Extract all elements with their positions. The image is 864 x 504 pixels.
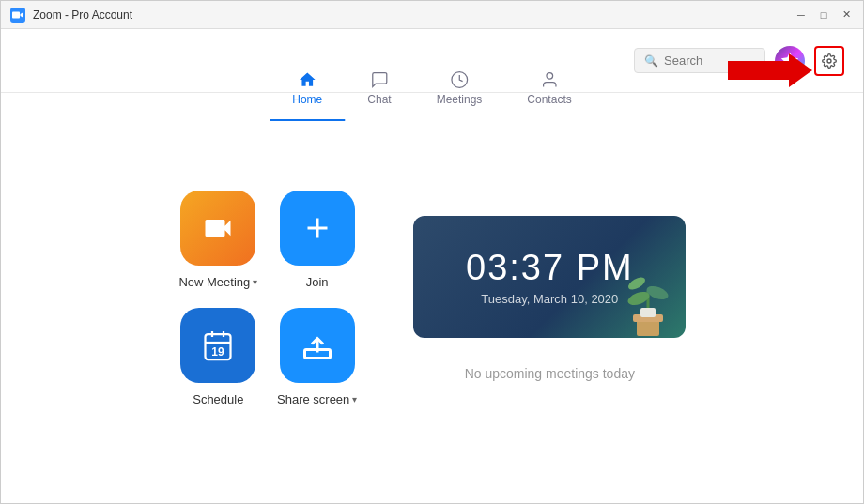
app-window: Zoom - Pro Account ─ □ ✕ Home Chat	[0, 0, 864, 504]
tab-contacts[interactable]: Contacts	[504, 57, 594, 121]
no-meetings-label: No upcoming meetings today	[413, 366, 686, 381]
video-camera-icon	[201, 211, 235, 245]
clock-time: 03:37 PM	[466, 248, 634, 288]
close-button[interactable]: ✕	[839, 8, 854, 23]
share-screen-dropdown-icon: ▾	[352, 394, 357, 405]
meetings-icon	[450, 70, 469, 89]
svg-point-20	[626, 274, 647, 292]
tab-chat[interactable]: Chat	[345, 57, 413, 121]
red-arrow-indicator	[728, 53, 812, 91]
home-icon	[298, 70, 316, 89]
minimize-button[interactable]: ─	[794, 8, 809, 23]
new-meeting-dropdown-icon: ▾	[253, 277, 257, 287]
app-title: Zoom - Pro Account	[33, 8, 132, 22]
share-icon	[301, 328, 334, 362]
main-content: New Meeting ▾ Join	[1, 93, 863, 503]
title-bar: Zoom - Pro Account ─ □ ✕	[1, 1, 863, 29]
join-label: Join	[306, 275, 329, 289]
new-meeting-action: New Meeting ▾	[178, 191, 258, 289]
clock-card: 03:37 PM Tuesday, March 10, 2020	[413, 216, 686, 338]
plus-icon	[301, 211, 334, 245]
title-bar-left: Zoom - Pro Account	[10, 8, 132, 23]
share-screen-button[interactable]	[280, 308, 355, 383]
window-controls: ─ □ ✕	[794, 8, 854, 23]
right-panel: 03:37 PM Tuesday, March 10, 2020 No upco…	[413, 216, 686, 381]
maximize-button[interactable]: □	[816, 8, 831, 23]
settings-button[interactable]	[814, 46, 844, 76]
schedule-label: Schedule	[193, 392, 243, 406]
share-screen-action: Share screen ▾	[277, 308, 357, 406]
chat-icon	[370, 70, 389, 89]
plant-decoration-icon	[620, 263, 676, 338]
tab-home[interactable]: Home	[270, 57, 345, 121]
clock-date: Tuesday, March 10, 2020	[481, 292, 618, 306]
share-screen-label: Share screen ▾	[277, 392, 357, 406]
svg-rect-14	[304, 349, 330, 358]
calendar-icon: 19	[201, 328, 235, 362]
schedule-button[interactable]: 19	[180, 308, 255, 383]
nav-tabs: Home Chat Meetings	[270, 57, 594, 121]
new-meeting-label: New Meeting ▾	[178, 275, 257, 289]
schedule-action: 19 Schedule	[178, 308, 258, 406]
join-button[interactable]	[280, 191, 355, 266]
zoom-logo-icon	[10, 8, 25, 23]
svg-marker-5	[728, 53, 812, 87]
svg-point-2	[547, 73, 553, 80]
join-action: Join	[277, 191, 357, 289]
search-icon: 🔍	[644, 54, 658, 68]
new-meeting-button[interactable]	[180, 191, 255, 266]
svg-text:19: 19	[212, 344, 225, 358]
tab-meetings[interactable]: Meetings	[414, 57, 505, 121]
gear-icon	[822, 53, 837, 69]
actions-grid: New Meeting ▾ Join	[178, 191, 358, 406]
svg-point-4	[827, 59, 831, 63]
svg-rect-21	[640, 308, 656, 317]
contacts-icon	[540, 70, 559, 89]
